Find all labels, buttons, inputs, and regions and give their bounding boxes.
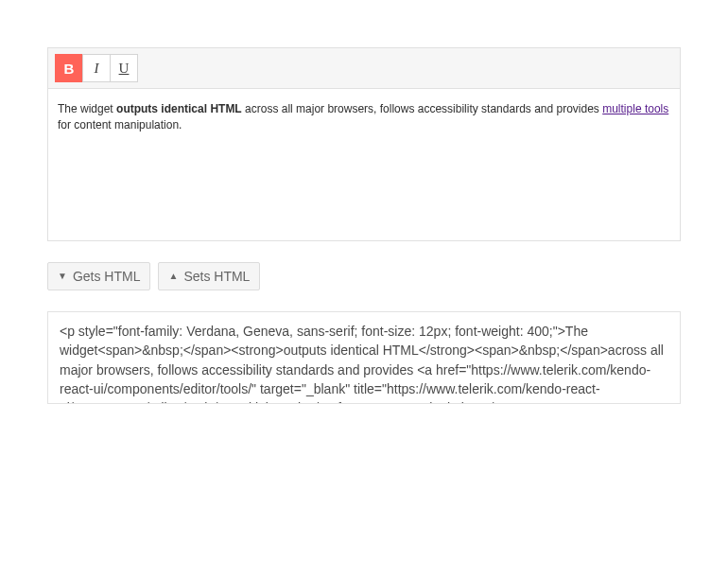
gets-html-button[interactable]: ▼ Gets HTML xyxy=(47,262,150,290)
underline-button[interactable]: U xyxy=(110,54,138,82)
editor-content-area[interactable]: The widget outputs identical HTML across… xyxy=(48,89,680,240)
rich-text-editor: B I U The widget outputs identical HTML … xyxy=(47,47,681,241)
text-middle: across all major browsers, follows acces… xyxy=(242,102,603,115)
action-button-row: ▼ Gets HTML ▲ Sets HTML xyxy=(47,262,681,290)
editor-paragraph: The widget outputs identical HTML across… xyxy=(58,101,670,133)
caret-up-icon: ▲ xyxy=(168,272,178,281)
text-prefix: The widget xyxy=(58,102,116,115)
html-output-textarea[interactable] xyxy=(47,311,681,404)
sets-html-label: Sets HTML xyxy=(183,269,250,284)
text-bold: outputs identical HTML xyxy=(116,102,242,115)
text-suffix: for content manipulation. xyxy=(58,118,182,132)
caret-down-icon: ▼ xyxy=(58,272,67,281)
bold-button[interactable]: B xyxy=(55,54,83,82)
sets-html-button[interactable]: ▲ Sets HTML xyxy=(158,262,260,290)
gets-html-label: Gets HTML xyxy=(73,269,141,284)
editor-toolbar: B I U xyxy=(48,48,680,89)
italic-button[interactable]: I xyxy=(82,54,111,82)
multiple-tools-link[interactable]: multiple tools xyxy=(602,102,668,115)
